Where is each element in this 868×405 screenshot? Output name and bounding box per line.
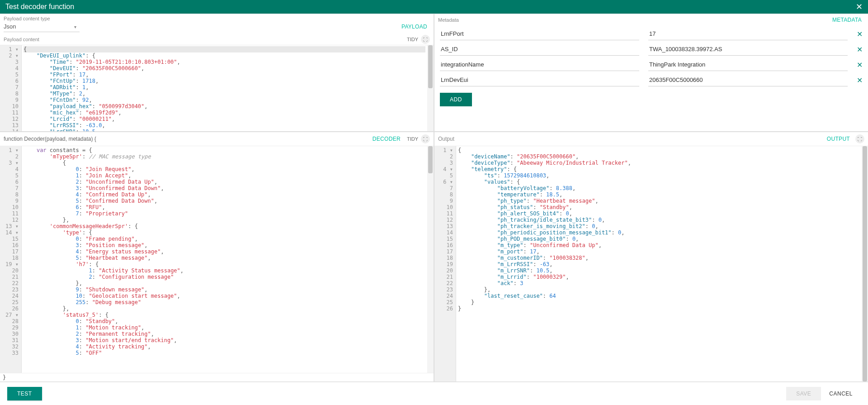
metadata-label: Metadata bbox=[438, 17, 459, 23]
metadata-row: ✕ bbox=[440, 28, 863, 40]
metadata-key-input[interactable] bbox=[440, 43, 639, 56]
metadata-row: ✕ bbox=[440, 74, 863, 86]
output-panel: Output OUTPUT ⛶ 1 ▾ 2 3 4 ▾ 5 6 ▾ 7 8 9 … bbox=[434, 132, 868, 382]
close-icon[interactable]: ✕ bbox=[856, 2, 863, 12]
expand-icon[interactable]: ⛶ bbox=[855, 134, 864, 143]
payload-type-label: Payload content type bbox=[0, 14, 434, 21]
payload-type-select[interactable] bbox=[4, 21, 80, 32]
output-code: { "deviceName": "20635F00C5000660", "dev… bbox=[456, 146, 862, 381]
add-button[interactable]: ADD bbox=[440, 93, 472, 106]
metadata-button[interactable]: METADATA bbox=[830, 15, 864, 25]
tidy-button[interactable]: TIDY bbox=[407, 136, 418, 142]
remove-icon[interactable]: ✕ bbox=[857, 30, 863, 38]
editor-gutter: 1 ▾ 2 ▾ 3 4 5 6 7 8 9 10 11 12 13 14 15 bbox=[0, 45, 22, 131]
tidy-button[interactable]: TIDY bbox=[407, 37, 418, 42]
scrollbar[interactable] bbox=[427, 45, 434, 131]
payload-content-label: Payload content bbox=[4, 37, 39, 42]
scrollbar[interactable] bbox=[427, 146, 434, 373]
payload-panel: Payload content type ▾ PAYLOAD Payload c… bbox=[0, 14, 434, 132]
decoder-button[interactable]: DECODER bbox=[370, 134, 403, 144]
decoder-editor[interactable]: 1 ▾ 2 3 ▾ 4 5 6 7 8 9 10 11 12 13 ▾ 14 ▾… bbox=[0, 146, 434, 373]
metadata-value-input[interactable] bbox=[648, 74, 848, 86]
payload-code[interactable]: { "DevEUI_uplink": { "Time": "2019-11-05… bbox=[22, 45, 427, 131]
cancel-button[interactable]: CANCEL bbox=[821, 387, 861, 400]
output-label: Output bbox=[438, 136, 454, 142]
metadata-value-input[interactable] bbox=[648, 58, 848, 71]
decoder-signature: function Decoder(payload, metadata) { bbox=[4, 136, 96, 142]
output-editor: 1 ▾ 2 3 4 ▾ 5 6 ▾ 7 8 9 10 11 12 13 14 1… bbox=[434, 146, 868, 381]
payload-editor[interactable]: 1 ▾ 2 ▾ 3 4 5 6 7 8 9 10 11 12 13 14 15 … bbox=[0, 45, 434, 131]
metadata-key-input[interactable] bbox=[440, 58, 639, 71]
metadata-key-input[interactable] bbox=[440, 74, 639, 86]
metadata-value-input[interactable] bbox=[648, 43, 848, 56]
decoder-code[interactable]: var constants = { 'mTypeSpr': // MAC mes… bbox=[22, 146, 427, 373]
output-button[interactable]: OUTPUT bbox=[824, 134, 853, 144]
scrollbar[interactable] bbox=[862, 146, 868, 381]
metadata-value-input[interactable] bbox=[648, 28, 848, 40]
metadata-key-input[interactable] bbox=[440, 28, 639, 40]
metadata-row: ✕ bbox=[440, 43, 863, 56]
remove-icon[interactable]: ✕ bbox=[857, 61, 863, 69]
remove-icon[interactable]: ✕ bbox=[857, 45, 863, 54]
metadata-row: ✕ bbox=[440, 58, 863, 71]
metadata-panel: Metadata METADATA ✕✕✕✕ADD bbox=[434, 14, 868, 132]
expand-icon[interactable]: ⛶ bbox=[421, 134, 430, 143]
test-button[interactable]: TEST bbox=[7, 387, 42, 400]
remove-icon[interactable]: ✕ bbox=[857, 76, 863, 85]
editor-gutter: 1 ▾ 2 3 4 ▾ 5 6 ▾ 7 8 9 10 11 12 13 14 1… bbox=[434, 146, 456, 381]
payload-button[interactable]: PAYLOAD bbox=[399, 22, 430, 32]
decoder-close-brace: } bbox=[0, 373, 434, 381]
save-button: SAVE bbox=[786, 387, 821, 400]
dialog-header: Test decoder function ✕ bbox=[0, 0, 868, 14]
dialog-title: Test decoder function bbox=[5, 3, 856, 11]
expand-icon[interactable]: ⛶ bbox=[421, 35, 430, 44]
editor-gutter: 1 ▾ 2 3 ▾ 4 5 6 7 8 9 10 11 12 13 ▾ 14 ▾… bbox=[0, 146, 22, 373]
dialog-footer: TEST SAVE CANCEL bbox=[0, 382, 868, 405]
decoder-panel: function Decoder(payload, metadata) { DE… bbox=[0, 132, 434, 382]
